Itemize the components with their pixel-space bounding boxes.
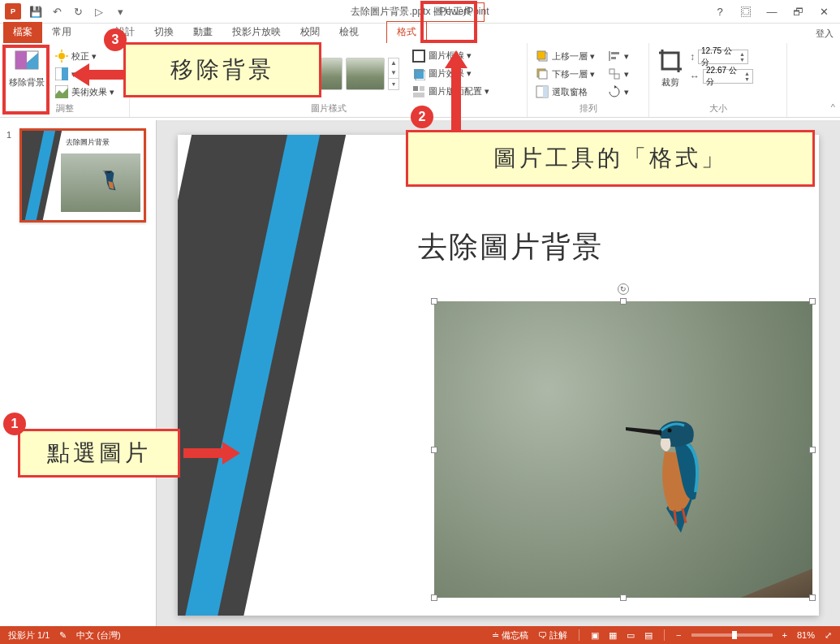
resize-handle[interactable] (431, 298, 437, 305)
bird-icon (101, 165, 124, 194)
annotation-arrow-2 (445, 50, 467, 130)
resize-handle[interactable] (620, 594, 627, 601)
resize-handle[interactable] (431, 594, 437, 601)
tab-review[interactable]: 校閱 (291, 22, 330, 43)
ribbon-group-size: 裁剪 ↕ 12.75 公分▲▼ ↔ 22.67 公分▲▼ 大小 (649, 43, 787, 117)
tab-animations[interactable]: 動畫 (183, 22, 222, 43)
svg-rect-10 (413, 50, 424, 62)
svg-point-27 (668, 429, 672, 433)
zoom-out-button[interactable]: − (671, 630, 686, 640)
bring-forward-label: 上移一層 ▾ (552, 50, 595, 63)
save-button[interactable]: 💾 (26, 2, 45, 20)
thumbnail-slide[interactable]: 去除圖片背景 (19, 128, 146, 223)
width-input[interactable]: 22.67 公分▲▼ (703, 69, 753, 84)
kingfisher-icon (634, 403, 723, 541)
sorter-view-button[interactable]: ▦ (604, 630, 622, 641)
slide-editor[interactable]: 去除圖片背景 ↻ (157, 120, 840, 626)
group-button[interactable]: ▾ (605, 66, 632, 82)
zoom-level[interactable]: 81% (792, 630, 820, 640)
height-input[interactable]: 12.75 公分▲▼ (698, 50, 748, 64)
svg-rect-13 (413, 86, 418, 91)
tab-home[interactable]: 常用 (42, 22, 81, 43)
annotation-arrow-1 (183, 442, 240, 465)
ribbon-group-arrange: 上移一層 ▾ 下移一層 ▾ 選取窗格 ▾ ▾ ▾ 排列 (528, 43, 649, 117)
group-icon (608, 67, 621, 80)
resize-handle[interactable] (809, 447, 816, 453)
send-backward-button[interactable]: 下移一層 ▾ (532, 66, 598, 82)
ribbon-fullscreen-button[interactable]: ⿴ (734, 2, 757, 20)
resize-handle[interactable] (431, 447, 437, 453)
signin-link[interactable]: 登入 (816, 28, 834, 40)
tab-view[interactable]: 檢視 (330, 22, 368, 43)
close-button[interactable]: ✕ (812, 2, 835, 20)
artistic-effects-button[interactable]: 美術效果 ▾ (52, 84, 118, 100)
resize-handle[interactable] (809, 594, 816, 601)
selected-image[interactable]: ↻ (434, 301, 812, 598)
tab-file[interactable]: 檔案 (3, 22, 42, 43)
effects-icon (412, 67, 425, 80)
gallery-more-icon[interactable]: ▾ (389, 78, 398, 89)
annotation-badge-3: 3 (104, 28, 127, 51)
border-icon (412, 50, 425, 63)
svg-rect-15 (413, 93, 424, 97)
slideshow-view-button[interactable]: ▤ (640, 630, 657, 641)
thumbnail-title: 去除圖片背景 (66, 137, 110, 148)
annotation-badge-1: 1 (3, 413, 26, 435)
annotation-callout-3: 移除背景 (123, 42, 321, 97)
undo-button[interactable]: ↶ (47, 2, 67, 20)
selection-pane-label: 選取窗格 (552, 86, 588, 98)
send-backward-label: 下移一層 ▾ (552, 68, 595, 80)
corrections-button[interactable]: 校正 ▾ (52, 48, 118, 64)
help-button[interactable]: ? (709, 2, 731, 20)
work-area: 1 去除圖片背景 去除圖片背景 ↻ (0, 120, 840, 626)
bring-forward-button[interactable]: 上移一層 ▾ (532, 48, 598, 64)
start-slideshow-button[interactable]: ▷ (89, 2, 109, 20)
quick-access-toolbar: 💾 ↶ ↻ ▷ ▾ (26, 2, 130, 20)
annotation-badge-2: 2 (411, 106, 433, 128)
corrections-label: 校正 ▾ (71, 50, 97, 63)
brightness-icon (55, 50, 68, 63)
crop-label: 裁剪 (661, 76, 679, 89)
crop-icon (657, 48, 683, 74)
zoom-in-button[interactable]: + (778, 630, 792, 640)
resize-handle[interactable] (620, 298, 627, 305)
slide-counter[interactable]: 投影片 1/1 (3, 629, 54, 642)
collapse-ribbon-icon[interactable]: ^ (831, 102, 835, 112)
svg-rect-14 (420, 86, 424, 91)
style-item[interactable] (346, 58, 385, 90)
slide-canvas[interactable]: 去除圖片背景 ↻ (178, 135, 819, 616)
color-icon (55, 67, 68, 80)
thumbnail-pane[interactable]: 1 去除圖片背景 (0, 120, 157, 626)
reading-view-button[interactable]: ▭ (622, 630, 640, 641)
width-icon: ↔ (690, 71, 700, 82)
selection-pane-button[interactable]: 選取窗格 (532, 84, 598, 100)
tab-slideshow[interactable]: 投影片放映 (222, 22, 291, 43)
notes-button[interactable]: ≐ 備忘稿 (487, 629, 533, 642)
bring-forward-icon (536, 50, 549, 63)
thumbnail-number: 1 (6, 130, 11, 140)
group-label-size: 大小 (654, 102, 782, 116)
svg-rect-8 (62, 67, 68, 80)
spellcheck-icon[interactable]: ✎ (54, 630, 71, 641)
fit-to-window-button[interactable]: ⤢ (820, 630, 837, 641)
normal-view-button[interactable]: ▣ (586, 630, 604, 641)
crop-button[interactable]: 裁剪 (654, 45, 687, 100)
selection-pane-icon (536, 85, 549, 98)
thumbnail-image (61, 153, 140, 212)
restore-button[interactable]: 🗗 (786, 2, 809, 20)
slide-thumbnail[interactable]: 1 去除圖片背景 (6, 128, 149, 223)
rotate-handle[interactable]: ↻ (618, 283, 629, 295)
comments-button[interactable]: 🗨 註解 (533, 629, 572, 642)
zoom-slider[interactable] (691, 633, 773, 637)
minimize-button[interactable]: — (760, 2, 783, 20)
language-status[interactable]: 中文 (台灣) (71, 629, 125, 642)
slide-title[interactable]: 去除圖片背景 (418, 227, 603, 267)
rotate-button[interactable]: ▾ (605, 84, 632, 100)
resize-handle[interactable] (809, 298, 816, 305)
tab-transitions[interactable]: 切換 (144, 22, 183, 43)
redo-button[interactable]: ↻ (68, 2, 88, 20)
qat-customize-button[interactable]: ▾ (110, 2, 130, 20)
gallery-up-icon[interactable]: ▲ (389, 58, 398, 68)
gallery-down-icon[interactable]: ▼ (389, 68, 398, 78)
align-button[interactable]: ▾ (605, 48, 632, 64)
